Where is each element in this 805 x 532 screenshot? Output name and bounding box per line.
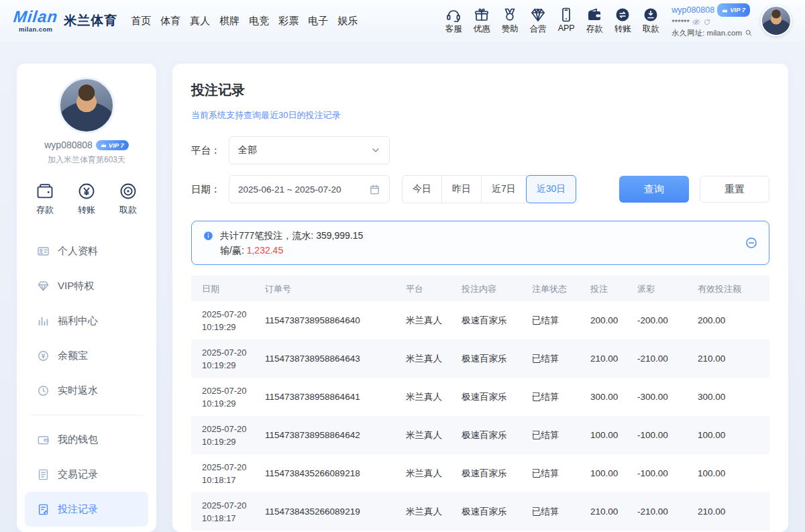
- date-range-input[interactable]: 2025-06-21 ~ 2025-07-20: [229, 175, 390, 203]
- cell-valid-bet: 210.00: [698, 354, 769, 364]
- summary-banner: 共计777笔投注，流水: 359,999.15 输/赢: 1,232.45: [191, 221, 769, 265]
- logo-brand-text: Milan: [13, 9, 59, 25]
- main-panel: 投注记录 当前系统支持查询最近30日的投注记录 平台： 全部 日期： 2025-…: [172, 64, 788, 532]
- nav-item-lottery[interactable]: 彩票: [278, 15, 299, 28]
- cell-payout: -100.00: [637, 430, 698, 440]
- topbar-action-deposit[interactable]: 存款: [580, 7, 608, 35]
- topbar-user-info: wyp080808 VIP 7 ****** 永久网址: milan.com: [672, 3, 753, 38]
- table-row: 2025-07-2010:18:171154738435266089219米兰真…: [191, 492, 769, 531]
- collapse-icon[interactable]: [745, 236, 758, 250]
- topbar-action-label: 客服: [445, 23, 462, 35]
- sidebar-quick-label: 转账: [78, 204, 95, 216]
- header-bet-content: 投注内容: [462, 283, 532, 295]
- main-nav: 首页 体育 真人 棋牌 电竞 彩票 电子 娱乐: [131, 15, 358, 28]
- cell-bet-content: 极速百家乐: [462, 315, 532, 327]
- cell-bet-content: 极速百家乐: [462, 468, 532, 480]
- quick-date-today[interactable]: 今日: [402, 175, 442, 203]
- header-order-number: 订单号: [265, 283, 406, 295]
- table-row: 2025-07-2010:19:291154738738958864642米兰真…: [191, 416, 769, 454]
- vip-badge: VIP 7: [717, 3, 750, 17]
- sidebar-item-wallet[interactable]: 我的钱包: [25, 422, 148, 457]
- quick-date-yesterday[interactable]: 昨日: [441, 175, 482, 203]
- cell-order-status: 已结算: [532, 391, 590, 403]
- nav-item-entertainment[interactable]: 娱乐: [337, 15, 358, 28]
- sidebar-transfer-button[interactable]: 转账: [77, 182, 96, 216]
- nav-item-esports[interactable]: 电竞: [249, 15, 269, 28]
- logo-cn-text: 米兰体育: [64, 12, 117, 30]
- platform-select[interactable]: 全部: [229, 136, 390, 164]
- topbar-action-transfer[interactable]: 转账: [608, 7, 637, 35]
- sidebar-username: wyp080808: [44, 140, 93, 150]
- cell-payout: -100.00: [637, 468, 698, 478]
- nav-item-home[interactable]: 首页: [131, 15, 151, 28]
- masked-balance: ******: [672, 17, 690, 28]
- sidebar-item-transactions[interactable]: 交易记录: [25, 457, 148, 492]
- quick-date-30days[interactable]: 近30日: [526, 175, 577, 203]
- sidebar-item-welfare[interactable]: 福利中心: [25, 303, 148, 338]
- topbar-action-support[interactable]: 客服: [439, 7, 468, 35]
- quick-date-7days[interactable]: 近7日: [481, 175, 527, 203]
- transfer-yuan-icon: [77, 182, 96, 201]
- sidebar-item-profile[interactable]: 个人资料: [25, 233, 148, 268]
- topbar-action-partnership[interactable]: 合营: [524, 7, 552, 35]
- cell-order-number: 1154738738958864640: [265, 315, 406, 325]
- cell-bet-amount: 100.00: [590, 468, 637, 478]
- topbar-action-promotions[interactable]: 优惠: [468, 7, 496, 35]
- nav-item-live-casino[interactable]: 真人: [190, 15, 210, 28]
- sidebar-item-vip[interactable]: VIP特权: [25, 268, 148, 303]
- diamond-icon: [530, 7, 546, 23]
- sidebar-item-label: 交易记录: [58, 468, 98, 481]
- cell-valid-bet: 210.00: [698, 507, 769, 517]
- cell-bet-content: 极速百家乐: [462, 353, 532, 365]
- vip-badge: VIP 7: [96, 140, 129, 150]
- coin-icon: [37, 350, 50, 362]
- cell-date: 2025-07-2010:19:29: [202, 423, 265, 448]
- sidebar-item-label: 投注记录: [58, 503, 98, 516]
- topbar-action-sponsor[interactable]: 赞助: [496, 7, 524, 35]
- sidebar-withdraw-button[interactable]: 取款: [119, 182, 138, 216]
- avatar[interactable]: [761, 5, 792, 36]
- brand-logo[interactable]: Milan milan.com 米兰体育: [13, 9, 117, 33]
- sidebar-item-bet-records[interactable]: 投注记录: [25, 492, 148, 527]
- bet-table-body: 2025-07-2010:19:291154738738958864640米兰真…: [191, 301, 769, 531]
- cell-order-number: 1154738738958864643: [265, 354, 406, 364]
- username[interactable]: wyp080808: [672, 5, 714, 15]
- nav-item-sports[interactable]: 体育: [160, 15, 180, 28]
- eye-off-icon[interactable]: [692, 18, 700, 26]
- cell-payout: -200.00: [637, 315, 698, 325]
- winloss-value: 1,232.45: [247, 245, 284, 256]
- header-platform: 平台: [406, 283, 462, 295]
- logo-domain-text: milan.com: [13, 26, 58, 33]
- table-row: 2025-07-2010:19:291154738738958864643米兰真…: [191, 339, 769, 378]
- transfer-icon: [614, 7, 631, 23]
- sidebar-item-label: 个人资料: [58, 245, 98, 258]
- page: Milan milan.com 米兰体育 首页 体育 真人 棋牌 电竞 彩票 电…: [0, 0, 805, 532]
- sidebar-item-rebate[interactable]: 实时返水: [25, 373, 148, 408]
- nav-item-slots[interactable]: 电子: [308, 15, 328, 28]
- topbar-action-withdraw[interactable]: 取款: [637, 7, 665, 35]
- wallet-icon: [37, 433, 50, 446]
- nav-item-card-games[interactable]: 棋牌: [219, 15, 239, 28]
- reset-button[interactable]: 重置: [700, 176, 769, 203]
- cell-bet-content: 极速百家乐: [462, 391, 532, 403]
- crown-icon: [101, 142, 107, 148]
- info-icon: [203, 230, 214, 242]
- refresh-icon[interactable]: [703, 18, 711, 26]
- platform-select-value: 全部: [238, 144, 257, 156]
- cell-platform: 米兰真人: [406, 315, 462, 327]
- cell-order-status: 已结算: [532, 429, 590, 441]
- cell-bet-amount: 300.00: [590, 392, 637, 402]
- sidebar: wyp080808 VIP 7 加入米兰体育第603天 存款: [17, 64, 156, 532]
- search-icon[interactable]: [745, 29, 753, 37]
- phone-icon: [558, 7, 574, 23]
- sidebar-item-yuebao[interactable]: 余额宝: [25, 338, 148, 373]
- cell-platform: 米兰真人: [406, 506, 462, 518]
- topbar: Milan milan.com 米兰体育 首页 体育 真人 棋牌 电竞 彩票 电…: [0, 0, 805, 42]
- topbar-action-app[interactable]: APP: [552, 7, 580, 35]
- cell-payout: -300.00: [637, 392, 698, 402]
- sidebar-deposit-button[interactable]: 存款: [36, 182, 54, 216]
- cell-order-number: 1154738435266089218: [265, 468, 406, 478]
- cell-order-number: 1154738435266089219: [265, 507, 406, 517]
- search-button[interactable]: 查询: [619, 176, 689, 203]
- sidebar-item-label: VIP特权: [58, 280, 94, 292]
